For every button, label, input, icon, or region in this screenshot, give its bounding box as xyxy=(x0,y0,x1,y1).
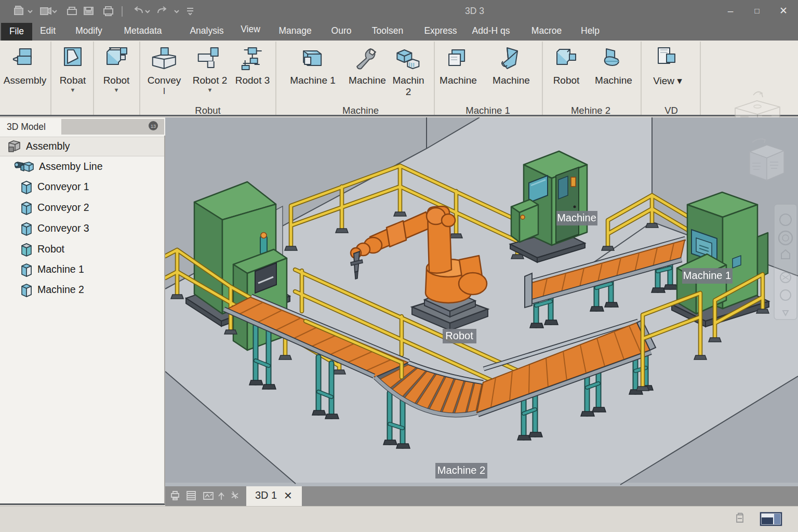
svg-text:Robot: Robot xyxy=(445,330,473,341)
svg-text:Machine 1: Machine 1 xyxy=(683,270,731,281)
svg-text:Machine 2: Machine 2 xyxy=(437,464,485,476)
svg-text:13: 13 xyxy=(151,124,156,129)
svg-text:Machine: Machine xyxy=(557,212,596,223)
